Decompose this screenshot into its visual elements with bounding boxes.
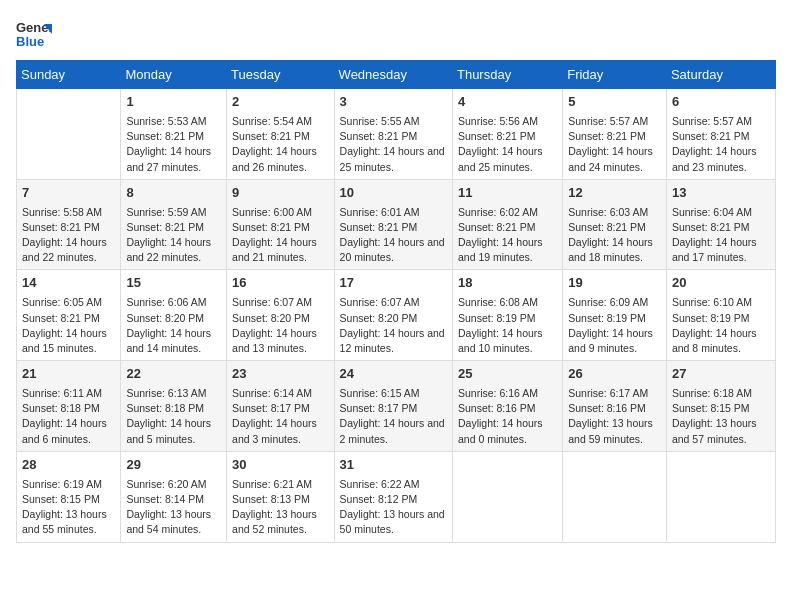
- sunset-text: Sunset: 8:21 PM: [22, 220, 115, 235]
- day-number: 29: [126, 456, 221, 475]
- day-cell: 7Sunrise: 5:58 AMSunset: 8:21 PMDaylight…: [17, 179, 121, 270]
- day-number: 26: [568, 365, 661, 384]
- day-number: 10: [340, 184, 447, 203]
- daylight-text: Daylight: 14 hours and 19 minutes.: [458, 235, 557, 265]
- col-header-wednesday: Wednesday: [334, 61, 452, 89]
- day-info: Sunrise: 6:04 AMSunset: 8:21 PMDaylight:…: [672, 205, 770, 266]
- col-header-tuesday: Tuesday: [227, 61, 334, 89]
- sunset-text: Sunset: 8:21 PM: [232, 220, 328, 235]
- sunrise-text: Sunrise: 6:16 AM: [458, 386, 557, 401]
- daylight-text: Daylight: 13 hours and 57 minutes.: [672, 416, 770, 446]
- day-info: Sunrise: 6:07 AMSunset: 8:20 PMDaylight:…: [232, 295, 328, 356]
- sunset-text: Sunset: 8:21 PM: [340, 220, 447, 235]
- day-info: Sunrise: 6:16 AMSunset: 8:16 PMDaylight:…: [458, 386, 557, 447]
- svg-text:Blue: Blue: [16, 34, 44, 49]
- sunrise-text: Sunrise: 6:18 AM: [672, 386, 770, 401]
- sunrise-text: Sunrise: 6:22 AM: [340, 477, 447, 492]
- day-number: 2: [232, 93, 328, 112]
- day-info: Sunrise: 5:59 AMSunset: 8:21 PMDaylight:…: [126, 205, 221, 266]
- day-number: 18: [458, 274, 557, 293]
- sunset-text: Sunset: 8:15 PM: [22, 492, 115, 507]
- day-cell: 3Sunrise: 5:55 AMSunset: 8:21 PMDaylight…: [334, 89, 452, 180]
- day-info: Sunrise: 6:10 AMSunset: 8:19 PMDaylight:…: [672, 295, 770, 356]
- sunrise-text: Sunrise: 5:57 AM: [568, 114, 661, 129]
- daylight-text: Daylight: 14 hours and 23 minutes.: [672, 144, 770, 174]
- daylight-text: Daylight: 13 hours and 52 minutes.: [232, 507, 328, 537]
- sunrise-text: Sunrise: 6:20 AM: [126, 477, 221, 492]
- logo-icon: General Blue: [16, 16, 52, 52]
- sunset-text: Sunset: 8:13 PM: [232, 492, 328, 507]
- header-row: SundayMondayTuesdayWednesdayThursdayFrid…: [17, 61, 776, 89]
- sunset-text: Sunset: 8:19 PM: [672, 311, 770, 326]
- daylight-text: Daylight: 13 hours and 50 minutes.: [340, 507, 447, 537]
- day-number: 27: [672, 365, 770, 384]
- day-number: 24: [340, 365, 447, 384]
- sunset-text: Sunset: 8:16 PM: [568, 401, 661, 416]
- day-cell: 6Sunrise: 5:57 AMSunset: 8:21 PMDaylight…: [666, 89, 775, 180]
- day-info: Sunrise: 6:06 AMSunset: 8:20 PMDaylight:…: [126, 295, 221, 356]
- daylight-text: Daylight: 14 hours and 25 minutes.: [458, 144, 557, 174]
- daylight-text: Daylight: 14 hours and 10 minutes.: [458, 326, 557, 356]
- daylight-text: Daylight: 14 hours and 0 minutes.: [458, 416, 557, 446]
- sunset-text: Sunset: 8:21 PM: [458, 220, 557, 235]
- daylight-text: Daylight: 14 hours and 15 minutes.: [22, 326, 115, 356]
- day-number: 19: [568, 274, 661, 293]
- sunset-text: Sunset: 8:21 PM: [568, 220, 661, 235]
- week-row-4: 21Sunrise: 6:11 AMSunset: 8:18 PMDayligh…: [17, 361, 776, 452]
- svg-text:General: General: [16, 20, 52, 35]
- sunrise-text: Sunrise: 6:07 AM: [232, 295, 328, 310]
- sunrise-text: Sunrise: 6:19 AM: [22, 477, 115, 492]
- sunset-text: Sunset: 8:21 PM: [126, 129, 221, 144]
- daylight-text: Daylight: 14 hours and 3 minutes.: [232, 416, 328, 446]
- sunset-text: Sunset: 8:20 PM: [232, 311, 328, 326]
- day-cell: 8Sunrise: 5:59 AMSunset: 8:21 PMDaylight…: [121, 179, 227, 270]
- day-number: 13: [672, 184, 770, 203]
- sunrise-text: Sunrise: 6:00 AM: [232, 205, 328, 220]
- day-cell: [563, 451, 667, 542]
- day-cell: 16Sunrise: 6:07 AMSunset: 8:20 PMDayligh…: [227, 270, 334, 361]
- day-number: 25: [458, 365, 557, 384]
- daylight-text: Daylight: 14 hours and 2 minutes.: [340, 416, 447, 446]
- col-header-friday: Friday: [563, 61, 667, 89]
- sunset-text: Sunset: 8:21 PM: [568, 129, 661, 144]
- day-cell: 19Sunrise: 6:09 AMSunset: 8:19 PMDayligh…: [563, 270, 667, 361]
- daylight-text: Daylight: 14 hours and 8 minutes.: [672, 326, 770, 356]
- day-info: Sunrise: 5:55 AMSunset: 8:21 PMDaylight:…: [340, 114, 447, 175]
- sunset-text: Sunset: 8:21 PM: [126, 220, 221, 235]
- day-number: 4: [458, 93, 557, 112]
- day-number: 17: [340, 274, 447, 293]
- page-header: General Blue: [16, 16, 776, 52]
- day-number: 11: [458, 184, 557, 203]
- day-number: 30: [232, 456, 328, 475]
- sunset-text: Sunset: 8:21 PM: [22, 311, 115, 326]
- day-number: 14: [22, 274, 115, 293]
- sunrise-text: Sunrise: 5:56 AM: [458, 114, 557, 129]
- day-info: Sunrise: 6:14 AMSunset: 8:17 PMDaylight:…: [232, 386, 328, 447]
- day-cell: 17Sunrise: 6:07 AMSunset: 8:20 PMDayligh…: [334, 270, 452, 361]
- day-cell: 2Sunrise: 5:54 AMSunset: 8:21 PMDaylight…: [227, 89, 334, 180]
- day-cell: 30Sunrise: 6:21 AMSunset: 8:13 PMDayligh…: [227, 451, 334, 542]
- daylight-text: Daylight: 14 hours and 5 minutes.: [126, 416, 221, 446]
- day-info: Sunrise: 6:07 AMSunset: 8:20 PMDaylight:…: [340, 295, 447, 356]
- day-number: 8: [126, 184, 221, 203]
- daylight-text: Daylight: 14 hours and 18 minutes.: [568, 235, 661, 265]
- sunset-text: Sunset: 8:18 PM: [126, 401, 221, 416]
- sunset-text: Sunset: 8:12 PM: [340, 492, 447, 507]
- day-info: Sunrise: 5:56 AMSunset: 8:21 PMDaylight:…: [458, 114, 557, 175]
- daylight-text: Daylight: 14 hours and 14 minutes.: [126, 326, 221, 356]
- sunrise-text: Sunrise: 6:08 AM: [458, 295, 557, 310]
- day-cell: 9Sunrise: 6:00 AMSunset: 8:21 PMDaylight…: [227, 179, 334, 270]
- day-info: Sunrise: 5:54 AMSunset: 8:21 PMDaylight:…: [232, 114, 328, 175]
- sunset-text: Sunset: 8:18 PM: [22, 401, 115, 416]
- day-cell: 21Sunrise: 6:11 AMSunset: 8:18 PMDayligh…: [17, 361, 121, 452]
- daylight-text: Daylight: 14 hours and 12 minutes.: [340, 326, 447, 356]
- daylight-text: Daylight: 14 hours and 21 minutes.: [232, 235, 328, 265]
- sunset-text: Sunset: 8:19 PM: [568, 311, 661, 326]
- day-info: Sunrise: 6:00 AMSunset: 8:21 PMDaylight:…: [232, 205, 328, 266]
- sunrise-text: Sunrise: 6:21 AM: [232, 477, 328, 492]
- day-info: Sunrise: 6:03 AMSunset: 8:21 PMDaylight:…: [568, 205, 661, 266]
- sunrise-text: Sunrise: 5:53 AM: [126, 114, 221, 129]
- day-info: Sunrise: 6:05 AMSunset: 8:21 PMDaylight:…: [22, 295, 115, 356]
- day-cell: 26Sunrise: 6:17 AMSunset: 8:16 PMDayligh…: [563, 361, 667, 452]
- day-number: 23: [232, 365, 328, 384]
